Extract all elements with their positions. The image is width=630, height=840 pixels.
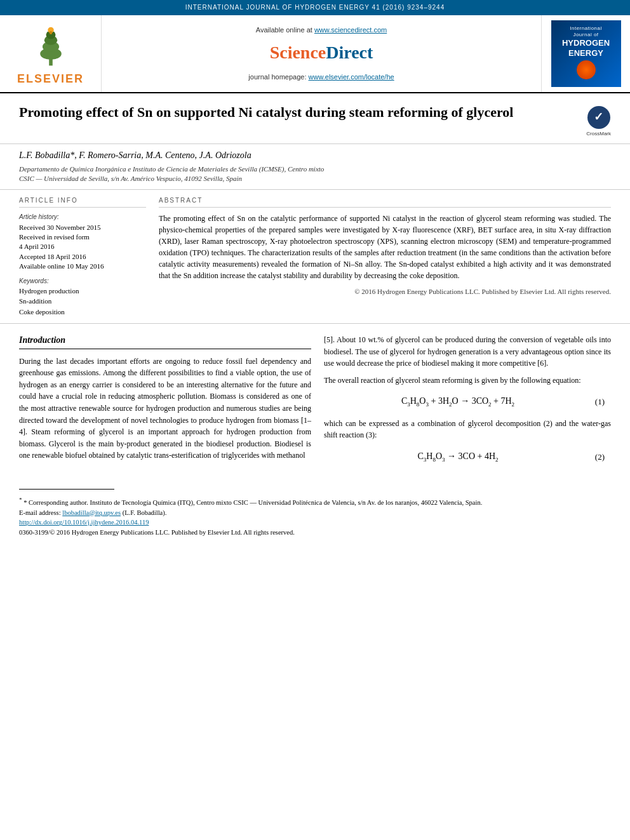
email-link[interactable]: lbobadilla@itq.upv.es: [62, 509, 121, 516]
sd-direct: Direct: [326, 43, 373, 62]
hydrogen-badge: InternationalJournal of HYDROGENENERGY: [551, 20, 621, 87]
abstract-column: Abstract The promoting effect of Sn on t…: [159, 196, 611, 317]
accepted-date: Accepted 18 April 2016: [19, 252, 146, 262]
crossmark-label: CrossMark: [586, 130, 611, 137]
elsevier-tree-icon: [19, 24, 83, 69]
authors-line: L.F. Bobadilla*, F. Romero-Sarria, M.A. …: [19, 149, 611, 162]
right-column: [5]. About 10 wt.% of glycerol can be pr…: [324, 334, 611, 472]
doi-link[interactable]: http://dx.doi.org/10.1016/j.ijhydene.201…: [19, 519, 149, 526]
svg-rect-6: [50, 31, 52, 34]
footnote-divider: [19, 489, 114, 490]
badge-main-text: HYDROGENENERGY: [562, 38, 610, 58]
authors-section: L.F. Bobadilla*, F. Romero-Sarria, M.A. …: [0, 144, 630, 189]
keyword-2: Sn-addition: [19, 296, 146, 307]
right-body-text: [5]. About 10 wt.% of glycerol can be pr…: [324, 334, 611, 386]
received-revised-label: Received in revised form: [19, 232, 146, 242]
abstract-heading: Abstract: [159, 196, 611, 208]
history-label: Article history:: [19, 213, 146, 222]
keyword-3: Coke deposition: [19, 307, 146, 317]
eq1-desc-para: which can be expressed as a combination …: [324, 418, 611, 441]
info-abstract-section: Article Info Article history: Received 3…: [0, 190, 630, 324]
equation-1-block: C3H8O3 + 3H2O → 3CO2 + 7H2 (1): [324, 395, 611, 408]
introduction-heading: Introduction: [19, 334, 311, 349]
paper-title: Promoting effect of Sn on supported Ni c…: [19, 103, 513, 122]
equation-1: C3H8O3 + 3H2O → 3CO2 + 7H2: [330, 395, 586, 408]
journal-header-bar: International Journal of Hydrogen Energy…: [0, 0, 630, 15]
elsevier-brand: ELSEVIER: [17, 71, 84, 87]
abstract-body: The promoting effect of Sn on the cataly…: [159, 213, 611, 297]
available-online: Available online 10 May 2016: [19, 262, 146, 271]
journal-home: journal homepage: www.elsevier.com/locat…: [248, 72, 394, 82]
eq-1-number: (1): [586, 396, 605, 408]
intro-para-1: During the last decades important effort…: [19, 356, 311, 462]
crossmark-icon: ✓: [587, 106, 610, 129]
authors-text: L.F. Bobadilla*, F. Romero-Sarria, M.A. …: [19, 150, 251, 160]
sciencedirect-header: Available online at www.sciencedirect.co…: [102, 15, 541, 92]
eq-2-number: (2): [586, 451, 605, 463]
article-history-group: Article history: Received 30 November 20…: [19, 213, 146, 272]
sd-logo: ScienceDirect: [270, 40, 373, 65]
keywords-label: Keywords:: [19, 277, 146, 286]
affiliation-line2: CSIC — Universidad de Sevilla, s/n Av. A…: [19, 175, 242, 182]
footnote-star: * * Corresponding author. Instituto de T…: [19, 496, 611, 507]
abstract-paragraph: The promoting effect of Sn on the cataly…: [159, 213, 611, 281]
article-info-column: Article Info Article history: Received 3…: [19, 196, 146, 317]
affiliation-line1: Departamento de Química Inorgánica e Ins…: [19, 165, 324, 173]
badge-top-text: InternationalJournal of: [570, 25, 602, 39]
title-section: Promoting effect of Sn on supported Ni c…: [0, 93, 630, 144]
hydrogen-energy-logo: InternationalJournal of HYDROGENENERGY: [541, 15, 630, 92]
journal-home-link[interactable]: www.elsevier.com/locate/he: [309, 73, 394, 81]
equation-2-block: C3H8O3 → 3CO + 4H2 (2): [324, 450, 611, 463]
received-1: Received 30 November 2015: [19, 223, 146, 232]
introduction-body: During the last decades important effort…: [19, 356, 311, 462]
page-header: ELSEVIER Available online at www.science…: [0, 15, 630, 93]
badge-circle-icon: [577, 60, 596, 79]
copyright-line: © 2016 Hydrogen Energy Publications LLC.…: [159, 286, 611, 297]
affiliation: Departamento de Química Inorgánica e Ins…: [19, 164, 611, 184]
footnote-issn: 0360-3199/© 2016 Hydrogen Energy Publica…: [19, 528, 611, 538]
equation-2: C3H8O3 → 3CO + 4H2: [330, 450, 586, 463]
journal-title: International Journal of Hydrogen Energy…: [185, 4, 445, 11]
crossmark-badge[interactable]: ✓ CrossMark: [586, 106, 611, 137]
received-revised-date: 4 April 2016: [19, 242, 146, 251]
keyword-1: Hydrogen production: [19, 286, 146, 297]
keywords-section: Keywords: Hydrogen production Sn-additio…: [19, 277, 146, 317]
sd-link[interactable]: www.sciencedirect.com: [314, 26, 387, 34]
footnote-email: E-mail address: lbobadilla@itq.upv.es (L…: [19, 508, 611, 518]
eq1-description: which can be expressed as a combination …: [324, 418, 611, 441]
article-info-heading: Article Info: [19, 196, 146, 208]
footnote-doi: http://dx.doi.org/10.1016/j.ijhydene.201…: [19, 517, 611, 528]
right-para-2: [5]. About 10 wt.% of glycerol can be pr…: [324, 334, 611, 370]
left-column: Introduction During the last decades imp…: [19, 334, 311, 472]
footnotes-section: * * Corresponding author. Instituto de T…: [0, 496, 630, 544]
main-content: Introduction During the last decades imp…: [0, 324, 630, 483]
sd-science: Science: [270, 43, 326, 62]
elsevier-logo: ELSEVIER: [0, 15, 102, 92]
right-para-3: The overall reaction of glycerol steam r…: [324, 375, 611, 387]
available-text: Available online at www.sciencedirect.co…: [256, 25, 387, 35]
